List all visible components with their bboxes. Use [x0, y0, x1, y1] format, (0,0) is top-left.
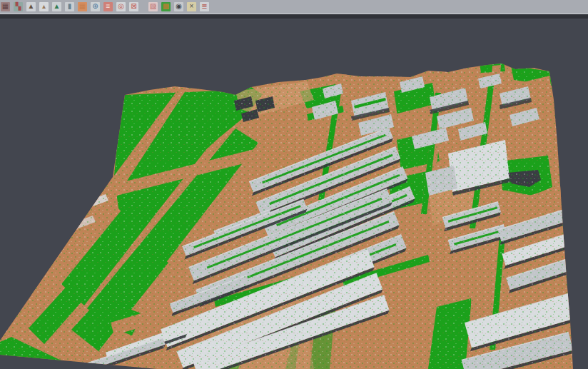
camera-dark-icon[interactable]: ◉ [174, 2, 183, 11]
ring-red-icon[interactable]: ◎ [116, 2, 126, 11]
orange-tile-icon[interactable]: ▦ [78, 2, 87, 11]
hill-green-icon[interactable]: ▲ [52, 2, 61, 11]
viewport-top-border [0, 14, 588, 19]
stamp-dark-red-icon[interactable]: ▦ [1, 2, 10, 11]
hill-light-icon[interactable]: ▴ [39, 2, 49, 11]
crop-red-icon[interactable]: ⊠ [129, 2, 138, 11]
hill-dark-icon[interactable]: ▲ [26, 2, 36, 11]
toolbar: ▦▚▲▴▲▮▦⊕≡◎⊠▨▩◉×≣ [0, 0, 588, 13]
checker-red-icon[interactable]: ▨ [148, 2, 158, 11]
layers-red-icon[interactable]: ≡ [103, 2, 113, 11]
quad-color-icon[interactable]: ▚ [14, 2, 23, 11]
globe-blue-icon[interactable]: ⊕ [91, 2, 100, 11]
viewport-3d[interactable] [0, 0, 588, 369]
column-blue-icon[interactable]: ▮ [65, 2, 74, 11]
application-window: ▦▚▲▴▲▮▦⊕≡◎⊠▨▩◉×≣ [0, 0, 588, 369]
toolbar-area: ▦▚▲▴▲▮▦⊕≡◎⊠▨▩◉×≣ [0, 0, 588, 19]
measure-tan-icon[interactable]: × [187, 2, 196, 11]
classified-map-icon[interactable]: ▩ [161, 2, 171, 11]
flag-red-icon[interactable]: ≣ [200, 2, 209, 11]
